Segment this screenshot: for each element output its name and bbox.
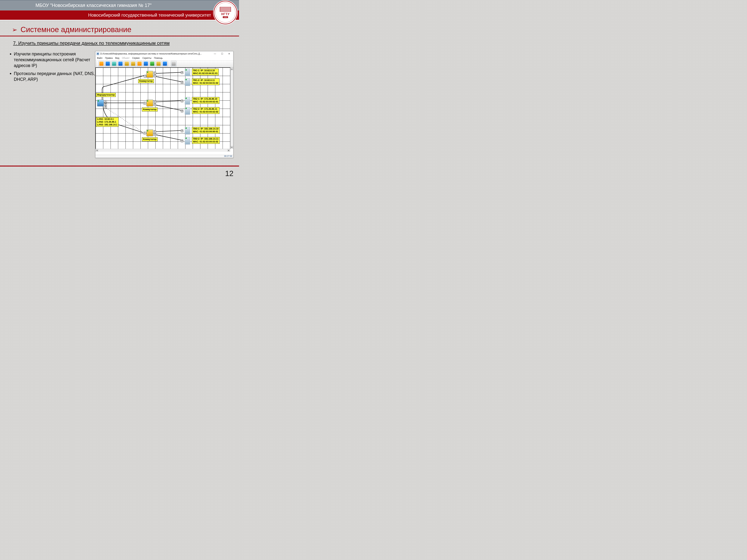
maximize-button[interactable]: ☐ (219, 52, 225, 56)
pc-icon[interactable] (185, 127, 190, 134)
tool-btn-8[interactable] (143, 61, 149, 66)
tool-btn-5[interactable] (124, 61, 130, 66)
pc0-2-port[interactable]: 0 (181, 140, 183, 142)
section-title: Системное администрирование (21, 25, 131, 34)
switch3-port-3[interactable]: 3 (154, 133, 156, 136)
school-title: МБОУ "Новосибирская классическая гимнази… (35, 3, 151, 8)
pc2-1-port[interactable]: 0 (181, 100, 183, 102)
switch3-label: Коммутатор (142, 137, 158, 141)
switch1-port-3[interactable]: 3 (154, 75, 156, 77)
tool-btn-10[interactable] (156, 61, 161, 66)
pc2-2-port[interactable]: 0 (181, 110, 183, 112)
lan-info-box: LAN1: 10.82.0.1 LAN2: 172.26.86.1 LAN3: … (96, 117, 119, 127)
tool-icon (99, 61, 103, 66)
switch2-port-3[interactable]: 3 (154, 103, 156, 106)
status-bar: 00:27:58 (96, 155, 233, 158)
minimize-button[interactable]: — (212, 52, 218, 56)
switch3-port-2[interactable]: 2 (154, 130, 156, 133)
window-titlebar[interactable]: D:/Алексей/Информатика, информационные с… (96, 51, 233, 56)
tool-icon (150, 61, 154, 66)
switch1-label: Коммутатор (138, 79, 154, 83)
canvas-area: 1 2 3 Маршрутизатор LAN1: 10.82.0.1 LAN2… (96, 68, 233, 152)
tool-btn-7[interactable] (137, 61, 142, 66)
list-item: Протоколы передачи данных (NAT, DNS, DHC… (14, 71, 95, 82)
lesson-subtitle: 7. Изучить принципы передачи данных по т… (13, 41, 239, 46)
chevron-right-icon: ➢ (12, 27, 17, 33)
vertical-scrollbar[interactable]: ▲ ▼ (230, 68, 233, 149)
pc0-2-label: ПК0-2: IP: 192.168.14.11MAC: 01:02:03:04… (192, 137, 220, 144)
pc1-1-port[interactable]: 0 (181, 71, 183, 74)
tool-btn-settings[interactable] (171, 61, 177, 66)
menu-object: Объект (122, 57, 130, 59)
menu-scripts[interactable]: Скрипты (143, 57, 151, 59)
tool-btn-1[interactable] (99, 61, 104, 66)
menu-bar: Файл Правка Вид Объект Сервис Скрипты По… (96, 56, 233, 60)
tool-btn-6[interactable] (130, 61, 136, 66)
university-bar: Новосибирский государственный технически… (0, 10, 239, 20)
tool-btn-3[interactable] (111, 61, 117, 66)
section-heading: ➢ Системное администрирование (0, 21, 239, 36)
tool-icon (106, 61, 110, 66)
pc1-2-label: ПК1-2: IP: 10.82.0.11MAC: 01:02:03:04:01… (192, 78, 220, 85)
tool-icon (144, 61, 148, 66)
horizontal-scrollbar[interactable]: ◄ ► (96, 149, 230, 152)
switch2-port-2[interactable]: 2 (154, 101, 156, 103)
router-port-3[interactable]: 3 (104, 106, 107, 108)
network-simulator-window: D:/Алексей/Информатика, информационные с… (95, 51, 233, 158)
tool-btn-11[interactable] (162, 61, 168, 66)
switch1-port-2[interactable]: 2 (154, 72, 156, 74)
pc-icon[interactable] (185, 137, 190, 144)
footer-divider (0, 166, 239, 166)
document-icon (97, 52, 99, 55)
tool-icon (131, 61, 135, 66)
pc-icon[interactable] (185, 69, 190, 76)
menu-file[interactable]: Файл (97, 57, 103, 59)
pc0-1-port[interactable]: 0 (181, 130, 183, 132)
scroll-right-icon[interactable]: ► (227, 149, 230, 152)
tool-icon (125, 61, 129, 66)
pc0-1-label: ПК0-1: IP: 192.168.14.10MAC: 01:02:03:04… (192, 127, 220, 134)
university-title: Новосибирский государственный технически… (88, 12, 211, 18)
scroll-down-icon[interactable]: ▼ (230, 146, 233, 149)
switch2-label: Коммутатор (142, 108, 158, 111)
tool-icon (137, 61, 141, 66)
pc-icon[interactable] (185, 97, 190, 105)
scroll-left-icon[interactable]: ◄ (96, 149, 98, 152)
close-button[interactable]: ✕ (226, 52, 232, 56)
status-time: 00:27:58 (224, 155, 232, 157)
switch-icon[interactable] (147, 71, 153, 78)
router-icon[interactable] (97, 100, 104, 106)
menu-edit[interactable]: Правка (105, 57, 113, 59)
tool-btn-9[interactable] (149, 61, 155, 66)
menu-view[interactable]: Вид (115, 57, 119, 59)
menu-service[interactable]: Сервис (132, 57, 140, 59)
switch-icon[interactable] (147, 130, 153, 136)
menu-help[interactable]: Помощь (154, 57, 163, 59)
toolbar (96, 60, 233, 68)
scroll-up-icon[interactable]: ▲ (230, 68, 233, 70)
tool-icon (163, 61, 167, 66)
switch2-port-1[interactable]: 1 (144, 102, 146, 105)
router-port-1[interactable]: 1 (104, 100, 107, 103)
gear-icon (172, 61, 176, 66)
router-label: Маршрутизатор (96, 93, 116, 97)
tool-btn-4[interactable] (118, 61, 123, 66)
switch3-port-1[interactable]: 1 (144, 132, 146, 134)
tool-icon (112, 61, 116, 66)
tool-icon (156, 61, 161, 66)
router-port-2[interactable]: 2 (104, 103, 107, 106)
pc-icon[interactable] (185, 78, 190, 86)
university-logo: НГТУ 1950 (214, 1, 237, 24)
switch-icon[interactable] (147, 100, 153, 106)
pc1-2-port[interactable]: 0 (181, 81, 183, 84)
page-number: 12 (225, 169, 234, 178)
bullet-list: Изучили принципы построения телекоммуник… (6, 51, 95, 85)
tool-btn-2[interactable] (105, 61, 110, 66)
network-canvas[interactable]: 1 2 3 Маршрутизатор LAN1: 10.82.0.1 LAN2… (96, 68, 230, 152)
pc-icon[interactable] (185, 107, 190, 115)
tool-icon (119, 61, 123, 66)
switch1-port-1[interactable]: 1 (144, 75, 147, 78)
top-bar: МБОУ "Новосибирская классическая гимнази… (0, 0, 239, 10)
pc2-2-label: ПК2-2: IP: 172.26.86.11MAC: 01:02:03:04:… (192, 107, 220, 114)
list-item: Изучили принципы построения телекоммуник… (14, 51, 95, 69)
